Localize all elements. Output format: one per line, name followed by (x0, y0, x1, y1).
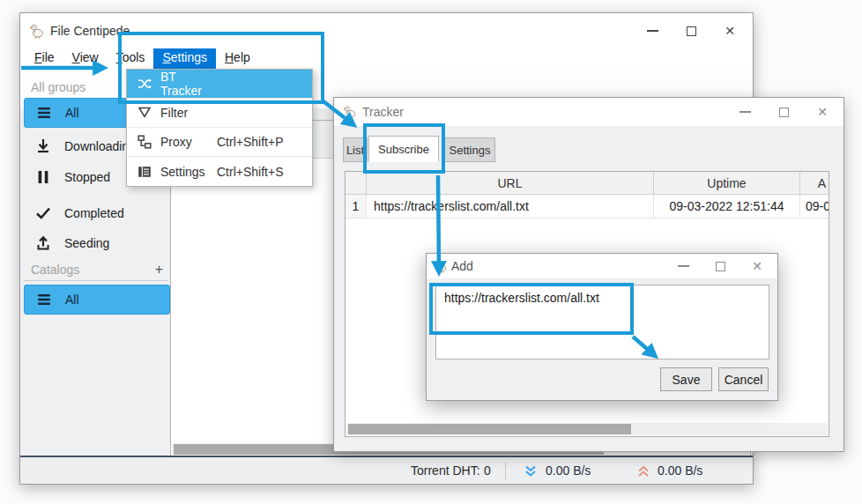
sidebar-item-seeding[interactable]: Seeding (24, 229, 170, 257)
menu-item-proxy[interactable]: Proxy Ctrl+Shift+P (127, 128, 312, 157)
row-number-cell: 1 (346, 195, 367, 219)
menu-help[interactable]: Help (216, 48, 259, 70)
minimize-icon (739, 111, 751, 113)
catalogs-header: Catalogs + (24, 260, 168, 281)
upload-icon (34, 234, 52, 252)
maximize-button[interactable] (672, 13, 710, 48)
status-bar: Torrent DHT: 0 0.00 B/s 0.00 B/s (20, 456, 753, 484)
sidebar-item-label: All (65, 106, 79, 120)
tab-label: Subscribe (378, 143, 429, 156)
cancel-button[interactable]: Cancel (718, 367, 769, 391)
menubar: File View Tools Settings Help (20, 48, 753, 70)
menu-item-bt-tracker[interactable]: BT Tracker (127, 70, 312, 99)
close-icon: ✕ (817, 105, 828, 119)
settings-dropdown-menu: BT Tracker Filter Proxy Ctrl+Shift+P Set… (126, 69, 313, 187)
menu-item-label: BT Tracker (160, 70, 217, 98)
menu-icon (35, 291, 53, 308)
window-controls: ✕ (725, 98, 842, 126)
download-speed-value: 0.00 B/s (546, 463, 591, 478)
dht-label: Torrent DHT: (411, 463, 480, 478)
upload-speed-value: 0.00 B/s (658, 463, 702, 478)
menu-item-shortcut: Ctrl+Shift+P (217, 135, 283, 149)
dht-value: 0 (484, 463, 491, 478)
close-button[interactable]: ✕ (739, 254, 776, 278)
maximize-button[interactable] (764, 98, 803, 126)
col-header-added[interactable]: A (800, 172, 829, 195)
download-speed-icon (524, 465, 537, 478)
menu-item-label: Filter (160, 106, 217, 120)
all-groups-selector[interactable]: All groups (31, 80, 85, 94)
tracker-url-input[interactable]: https://trackerslist.com/all.txt (435, 285, 769, 359)
check-icon (34, 204, 52, 222)
table-row[interactable]: 1 https://trackerslist.com/all.txt 09-03… (346, 195, 829, 219)
menu-item-filter[interactable]: Filter (127, 99, 312, 128)
menu-file[interactable]: File (26, 48, 63, 70)
maximize-button[interactable] (702, 254, 739, 278)
app-duck-icon (434, 259, 448, 273)
close-icon: ✕ (752, 259, 762, 273)
close-button[interactable]: ✕ (710, 13, 749, 48)
upload-speed-icon (637, 465, 650, 478)
col-header-url[interactable]: URL (367, 172, 654, 195)
sidebar-item-label: Stopped (64, 170, 110, 184)
sidebar-item-label: Downloading (64, 139, 136, 153)
add-catalog-button[interactable]: + (155, 262, 163, 278)
menu-icon (35, 104, 53, 122)
tab-label: Settings (450, 144, 491, 157)
minimize-icon (678, 265, 689, 267)
minimize-button[interactable] (665, 254, 702, 278)
maximize-icon (687, 26, 696, 36)
add-titlebar[interactable]: Add ✕ (427, 254, 777, 278)
tab-settings[interactable]: Settings (444, 137, 495, 162)
catalogs-label: Catalogs (31, 263, 79, 277)
window-controls: ✕ (633, 13, 749, 48)
menu-settings[interactable]: Settings (153, 48, 216, 70)
main-titlebar[interactable]: File Centipede ✕ (20, 13, 753, 48)
menu-item-label: Proxy (160, 135, 217, 149)
download-icon (34, 137, 52, 155)
minimize-button[interactable] (725, 98, 764, 126)
dialog-title: Tracker (362, 105, 404, 119)
close-button[interactable]: ✕ (803, 98, 842, 126)
close-icon: ✕ (725, 24, 735, 38)
url-cell: https://trackerslist.com/all.txt (367, 195, 654, 219)
pause-icon (34, 168, 52, 186)
scrollbar-thumb[interactable] (348, 424, 631, 434)
sidebar-catalog-all[interactable]: All (24, 285, 170, 315)
maximize-icon (716, 262, 725, 271)
status-separator (505, 463, 506, 480)
uptime-cell: 09-03-2022 12:51:44 (654, 195, 800, 219)
minimize-icon (647, 30, 658, 32)
minimize-button[interactable] (633, 13, 672, 48)
menu-view[interactable]: View (63, 48, 108, 70)
app-duck-icon (29, 23, 45, 39)
menu-item-shortcut: Ctrl+Shift+S (217, 165, 283, 179)
table-header-row: URL Uptime A (346, 172, 829, 195)
tab-list[interactable]: List (343, 137, 368, 162)
window-title: File Centipede (50, 24, 130, 38)
sidebar-item-label: All (65, 293, 79, 307)
window-controls: ✕ (665, 254, 776, 278)
sidebar-item-completed[interactable]: Completed (24, 199, 170, 227)
menu-item-label: Settings (160, 165, 217, 179)
sidebar-item-label: Seeding (64, 236, 109, 250)
settings-icon (137, 165, 152, 179)
maximize-icon (779, 107, 789, 117)
tab-label: List (346, 144, 364, 157)
filter-icon (137, 106, 152, 120)
table-hscrollbar[interactable] (346, 423, 828, 435)
col-header-num[interactable] (346, 172, 367, 195)
save-button[interactable]: Save (660, 367, 712, 391)
proxy-icon (137, 135, 152, 149)
col-header-uptime[interactable]: Uptime (654, 172, 800, 195)
added-cell: 09-0 (800, 195, 829, 219)
menu-item-settings[interactable]: Settings Ctrl+Shift+S (127, 157, 312, 186)
tab-subscribe[interactable]: Subscribe (368, 136, 439, 162)
tracker-titlebar[interactable]: Tracker ✕ (334, 98, 843, 126)
dialog-title: Add (451, 259, 473, 273)
bt-tracker-icon (137, 77, 152, 91)
desktop: File Centipede ✕ File View Tools Setting… (0, 0, 862, 504)
menu-tools[interactable]: Tools (108, 48, 154, 70)
app-duck-icon (343, 105, 357, 119)
sidebar-item-label: Completed (64, 206, 124, 220)
